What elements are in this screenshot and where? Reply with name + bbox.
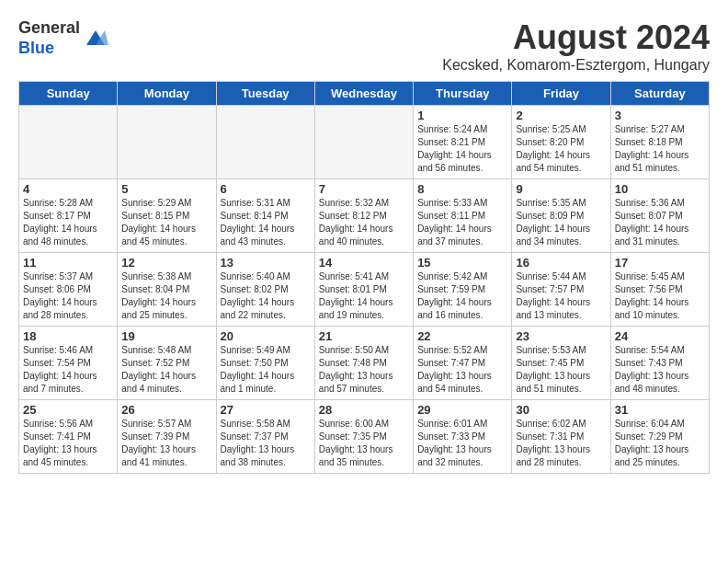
day-info: Sunrise: 5:44 AMSunset: 7:57 PMDaylight:… [516, 270, 606, 322]
day-info: Sunrise: 5:56 AMSunset: 7:41 PMDaylight:… [23, 418, 113, 469]
calendar-table: SundayMondayTuesdayWednesdayThursdayFrid… [18, 81, 710, 474]
calendar-cell: 6Sunrise: 5:31 AMSunset: 8:14 PMDaylight… [216, 179, 314, 253]
day-number: 11 [23, 256, 113, 270]
week-row-2: 4Sunrise: 5:28 AMSunset: 8:17 PMDaylight… [19, 179, 710, 253]
day-info: Sunrise: 5:27 AMSunset: 8:18 PMDaylight:… [615, 123, 705, 175]
day-info: Sunrise: 5:32 AMSunset: 8:12 PMDaylight:… [319, 197, 409, 248]
calendar-cell: 24Sunrise: 5:54 AMSunset: 7:43 PMDayligh… [610, 327, 709, 400]
weekday-header-thursday: Thursday [414, 82, 512, 106]
week-row-3: 11Sunrise: 5:37 AMSunset: 8:06 PMDayligh… [19, 253, 710, 327]
day-number: 15 [417, 256, 507, 270]
calendar-cell: 22Sunrise: 5:52 AMSunset: 7:47 PMDayligh… [414, 327, 512, 400]
logo-blue: Blue [18, 39, 54, 57]
logo: General Blue [18, 18, 108, 58]
day-number: 27 [221, 403, 311, 417]
header: General Blue August 2024 Kecsked, Komaro… [18, 18, 710, 74]
calendar-cell [314, 106, 413, 179]
day-info: Sunrise: 6:01 AMSunset: 7:33 PMDaylight:… [417, 418, 507, 469]
day-number: 16 [516, 256, 606, 270]
calendar-cell [19, 106, 118, 179]
weekday-header-sunday: Sunday [19, 82, 118, 106]
week-row-1: 1Sunrise: 5:24 AMSunset: 8:21 PMDaylight… [19, 106, 710, 179]
weekday-header-monday: Monday [118, 82, 216, 106]
day-number: 29 [417, 403, 507, 417]
day-info: Sunrise: 5:37 AMSunset: 8:06 PMDaylight:… [23, 270, 113, 322]
day-info: Sunrise: 5:24 AMSunset: 8:21 PMDaylight:… [417, 123, 507, 175]
day-info: Sunrise: 5:41 AMSunset: 8:01 PMDaylight:… [319, 270, 409, 322]
day-number: 12 [121, 256, 211, 270]
calendar-cell: 4Sunrise: 5:28 AMSunset: 8:17 PMDaylight… [19, 179, 118, 253]
day-number: 19 [121, 329, 211, 343]
day-info: Sunrise: 5:57 AMSunset: 7:39 PMDaylight:… [121, 418, 211, 469]
day-number: 2 [516, 109, 606, 122]
logo-icon [83, 29, 108, 49]
day-info: Sunrise: 5:53 AMSunset: 7:45 PMDaylight:… [516, 344, 606, 396]
calendar-cell [216, 106, 314, 179]
calendar-cell: 16Sunrise: 5:44 AMSunset: 7:57 PMDayligh… [512, 253, 610, 327]
calendar-cell: 21Sunrise: 5:50 AMSunset: 7:48 PMDayligh… [314, 327, 413, 400]
day-number: 8 [417, 182, 507, 196]
day-number: 21 [319, 329, 409, 343]
calendar-cell: 7Sunrise: 5:32 AMSunset: 8:12 PMDaylight… [314, 179, 413, 253]
calendar-cell: 19Sunrise: 5:48 AMSunset: 7:52 PMDayligh… [118, 327, 216, 400]
day-info: Sunrise: 5:52 AMSunset: 7:47 PMDaylight:… [417, 344, 507, 396]
calendar-cell: 26Sunrise: 5:57 AMSunset: 7:39 PMDayligh… [118, 400, 216, 474]
calendar-cell: 9Sunrise: 5:35 AMSunset: 8:09 PMDaylight… [512, 179, 610, 253]
calendar-cell: 1Sunrise: 5:24 AMSunset: 8:21 PMDaylight… [414, 106, 512, 179]
main-title: August 2024 [442, 18, 710, 57]
day-number: 30 [516, 403, 606, 417]
day-number: 10 [615, 182, 705, 196]
day-info: Sunrise: 5:29 AMSunset: 8:15 PMDaylight:… [121, 197, 211, 248]
calendar-cell: 17Sunrise: 5:45 AMSunset: 7:56 PMDayligh… [610, 253, 709, 327]
day-number: 14 [319, 256, 409, 270]
subtitle: Kecsked, Komarom-Esztergom, Hungary [442, 57, 710, 74]
calendar-cell: 18Sunrise: 5:46 AMSunset: 7:54 PMDayligh… [19, 327, 118, 400]
calendar-cell: 28Sunrise: 6:00 AMSunset: 7:35 PMDayligh… [314, 400, 413, 474]
day-number: 7 [319, 182, 409, 196]
calendar-cell: 15Sunrise: 5:42 AMSunset: 7:59 PMDayligh… [414, 253, 512, 327]
day-number: 13 [221, 256, 311, 270]
day-info: Sunrise: 5:36 AMSunset: 8:07 PMDaylight:… [615, 197, 705, 248]
day-info: Sunrise: 5:31 AMSunset: 8:14 PMDaylight:… [221, 197, 311, 248]
logo-text: General Blue [18, 18, 108, 58]
day-info: Sunrise: 5:54 AMSunset: 7:43 PMDaylight:… [615, 344, 705, 396]
day-info: Sunrise: 5:42 AMSunset: 7:59 PMDaylight:… [417, 270, 507, 322]
day-info: Sunrise: 6:02 AMSunset: 7:31 PMDaylight:… [516, 418, 606, 469]
day-number: 25 [23, 403, 113, 417]
page: General Blue August 2024 Kecsked, Komaro… [0, 0, 728, 483]
calendar-cell: 20Sunrise: 5:49 AMSunset: 7:50 PMDayligh… [216, 327, 314, 400]
calendar-cell: 11Sunrise: 5:37 AMSunset: 8:06 PMDayligh… [19, 253, 118, 327]
day-info: Sunrise: 5:33 AMSunset: 8:11 PMDaylight:… [417, 197, 507, 248]
day-number: 18 [23, 329, 113, 343]
day-info: Sunrise: 5:48 AMSunset: 7:52 PMDaylight:… [121, 344, 211, 396]
day-number: 26 [121, 403, 211, 417]
day-info: Sunrise: 5:45 AMSunset: 7:56 PMDaylight:… [615, 270, 705, 322]
day-number: 20 [221, 329, 311, 343]
day-number: 17 [615, 256, 705, 270]
day-info: Sunrise: 6:04 AMSunset: 7:29 PMDaylight:… [615, 418, 705, 469]
day-info: Sunrise: 5:40 AMSunset: 8:02 PMDaylight:… [221, 270, 311, 322]
day-info: Sunrise: 5:46 AMSunset: 7:54 PMDaylight:… [23, 344, 113, 396]
day-number: 6 [221, 182, 311, 196]
calendar-cell: 31Sunrise: 6:04 AMSunset: 7:29 PMDayligh… [610, 400, 709, 474]
day-info: Sunrise: 5:35 AMSunset: 8:09 PMDaylight:… [516, 197, 606, 248]
calendar-cell: 29Sunrise: 6:01 AMSunset: 7:33 PMDayligh… [414, 400, 512, 474]
day-number: 23 [516, 329, 606, 343]
weekday-header-saturday: Saturday [610, 82, 709, 106]
day-info: Sunrise: 5:25 AMSunset: 8:20 PMDaylight:… [516, 123, 606, 175]
day-number: 1 [417, 109, 507, 122]
calendar-cell: 27Sunrise: 5:58 AMSunset: 7:37 PMDayligh… [216, 400, 314, 474]
day-info: Sunrise: 5:38 AMSunset: 8:04 PMDaylight:… [121, 270, 211, 322]
calendar-cell: 30Sunrise: 6:02 AMSunset: 7:31 PMDayligh… [512, 400, 610, 474]
weekday-header-tuesday: Tuesday [216, 82, 314, 106]
day-number: 28 [319, 403, 409, 417]
day-info: Sunrise: 5:49 AMSunset: 7:50 PMDaylight:… [221, 344, 311, 396]
day-info: Sunrise: 5:28 AMSunset: 8:17 PMDaylight:… [23, 197, 113, 248]
day-number: 3 [615, 109, 705, 122]
day-number: 9 [516, 182, 606, 196]
weekday-header-friday: Friday [512, 82, 610, 106]
day-number: 5 [121, 182, 211, 196]
calendar-cell: 12Sunrise: 5:38 AMSunset: 8:04 PMDayligh… [118, 253, 216, 327]
weekday-header-wednesday: Wednesday [314, 82, 413, 106]
calendar-cell: 23Sunrise: 5:53 AMSunset: 7:45 PMDayligh… [512, 327, 610, 400]
